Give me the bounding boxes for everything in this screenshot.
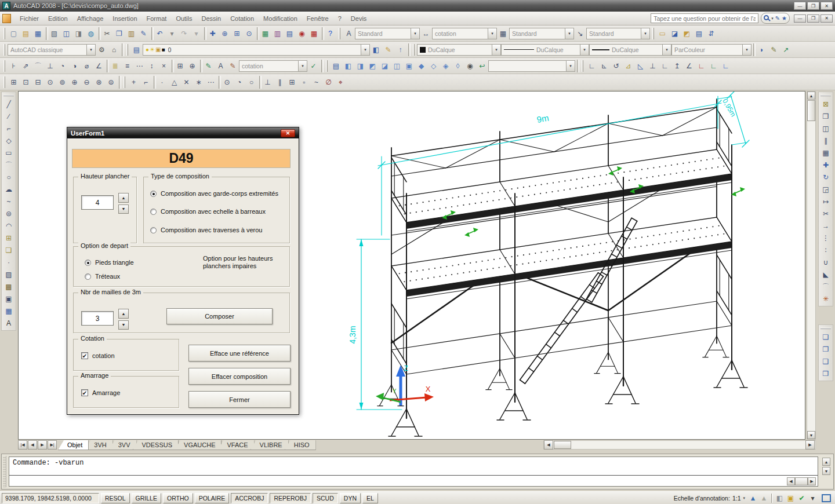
lwt-toggle[interactable]: EL (362, 493, 378, 503)
circle-icon[interactable]: ○ (3, 171, 15, 183)
scroll-up-button[interactable]: ▲ (807, 92, 815, 100)
annotation-visibility-icon[interactable]: ◪ (669, 27, 681, 39)
open-file-icon[interactable]: ▤ (20, 27, 32, 39)
snap-nearest-icon[interactable]: ~ (310, 76, 322, 88)
help-search-input[interactable] (651, 13, 758, 23)
polygon-icon[interactable]: ◇ (3, 134, 15, 147)
plotstyle-combo[interactable]: ParCouleur▾ (671, 44, 752, 56)
send-to-back-icon[interactable]: ❐ (820, 343, 832, 355)
dim-radius-icon[interactable]: ◔ (56, 60, 68, 72)
chamfer-icon[interactable]: ◣ (820, 268, 832, 280)
ucs-3point-icon[interactable]: ∠ (683, 60, 695, 72)
toolbar-grip[interactable] (3, 95, 14, 96)
named-views-icon[interactable]: ▤ (330, 60, 342, 72)
dim-update-icon[interactable]: ✓ (307, 60, 320, 72)
named-view-combo[interactable]: ▾ (488, 60, 575, 72)
plot-icon[interactable]: ▧ (48, 27, 60, 39)
radio-pieds-triangle[interactable]: Pieds triangle (85, 259, 134, 266)
toolbar-grip[interactable] (339, 28, 340, 39)
clean-screen-icon[interactable] (821, 493, 832, 503)
annotation-update-icon[interactable]: ▤ (693, 27, 705, 39)
redo-list-arrow[interactable]: ▾ (190, 27, 202, 39)
explode-icon[interactable]: ✳ (820, 293, 832, 305)
annotation-visibility-icon[interactable]: ▲ (747, 493, 758, 503)
menu-fichier[interactable]: Fichier (15, 13, 43, 24)
table-icon[interactable]: ▦ (3, 305, 15, 317)
zoom-window-icon[interactable]: ⊞ (231, 27, 243, 39)
zoom-out-icon[interactable]: ⊖ (81, 76, 93, 88)
combo-arrow-icon[interactable]: ▾ (566, 61, 575, 71)
fillet-icon[interactable]: ⌒ (820, 280, 832, 293)
layer-states-icon[interactable]: ✎ (382, 43, 394, 56)
match-properties-icon[interactable]: ✎ (137, 27, 150, 39)
quickcalc-icon[interactable]: ▦ (308, 27, 320, 39)
ellipse-arc-icon[interactable]: ◠ (3, 220, 15, 232)
radio-traverses-verou[interactable]: Composition avec traverses à verou (150, 227, 262, 233)
revcloud-icon[interactable]: ☁ (3, 183, 15, 195)
toolbar-grip[interactable] (124, 76, 125, 88)
dim-edit-icon[interactable]: ✎ (202, 60, 215, 72)
table-style-icon[interactable]: ▦ (497, 27, 509, 39)
send-under-icon[interactable]: ❒ (820, 367, 832, 379)
properties-palette-icon[interactable]: ◗ (756, 43, 768, 56)
sheet-set-manager-icon[interactable]: ▤ (284, 27, 296, 39)
dim-jogged-icon[interactable]: ◑ (68, 60, 81, 72)
efface-reference-button[interactable]: Efface une référence (188, 345, 291, 361)
tab-nav-next[interactable]: ▶ (38, 440, 47, 450)
help-icon[interactable]: ? (324, 27, 336, 39)
save-icon[interactable]: ▦ (32, 27, 44, 39)
snap-toggle[interactable]: RESOL (101, 493, 130, 503)
otrack-toggle[interactable]: REPEROBJ (270, 493, 311, 503)
hauteur-plancher-input[interactable]: 4 (81, 195, 114, 210)
combo-arrow-icon[interactable]: ▾ (361, 45, 369, 55)
combo-arrow-icon[interactable]: ▾ (565, 28, 573, 39)
menu-modification[interactable]: Modification (259, 13, 302, 24)
publish-web-icon[interactable]: ◍ (85, 27, 97, 39)
polar-toggle[interactable]: POLAIRE (195, 493, 230, 503)
copy-object-icon[interactable]: ❐ (820, 110, 832, 122)
zoom-dynamic-icon[interactable]: ⊡ (20, 76, 32, 88)
menu-fenetre[interactable]: Fenêtre (302, 13, 333, 24)
tab-nav-last[interactable]: ▶| (48, 440, 57, 450)
combo-arrow-icon[interactable]: ▾ (492, 45, 500, 55)
erase-icon[interactable]: ⊠ (820, 98, 832, 110)
gradient-icon[interactable]: ▩ (3, 280, 15, 293)
layer-manager-icon[interactable]: ▤ (130, 43, 143, 56)
lineweight-combo[interactable]: DuCalque▾ (589, 44, 671, 56)
ucs-previous-icon[interactable]: ↺ (610, 60, 622, 72)
menu-dessin[interactable]: Dessin (197, 13, 226, 24)
checkbox-amarrage[interactable]: ✔ Amarrage (81, 389, 120, 396)
command-scroll-right-button[interactable]: ▶ (808, 477, 816, 485)
favorites-icon[interactable]: ★ (782, 15, 787, 21)
layer-previous-icon[interactable]: ◧ (370, 43, 382, 56)
snap-quadrant-icon[interactable]: ◔ (233, 76, 245, 88)
temporary-track-icon[interactable]: + (128, 76, 140, 88)
scroll-right-button[interactable]: ▶ (805, 440, 815, 450)
mleader-style-icon[interactable]: ↘ (574, 27, 586, 39)
designcenter-icon[interactable]: ▦ (259, 27, 271, 39)
trim-icon[interactable]: ✂ (820, 207, 832, 220)
dyn-toggle[interactable]: DYN (340, 493, 361, 503)
ucs-object-icon[interactable]: ◺ (634, 60, 647, 72)
view-front-icon[interactable]: ◫ (391, 60, 403, 72)
combo-arrow-icon[interactable]: ▾ (742, 45, 751, 55)
menu-format[interactable]: Format (142, 13, 172, 24)
toolbar-grip[interactable] (821, 328, 831, 329)
radio-echelle-barreaux[interactable]: Composition avec echelle à barreaux (150, 208, 266, 215)
trusted-dwg-icon[interactable]: ✔ (796, 493, 807, 503)
mtext-icon[interactable]: A (3, 317, 15, 329)
ortho-toggle[interactable]: ORTHO (163, 493, 193, 503)
command-scroll-left-button[interactable]: ◀ (787, 477, 795, 485)
insert-block-icon[interactable]: ⊞ (3, 232, 15, 244)
text-style-icon[interactable]: A (343, 27, 355, 39)
tab-hiso[interactable]: HISO (285, 440, 316, 450)
undo-list-arrow[interactable]: ▾ (166, 27, 178, 39)
nbr-mailles-input[interactable]: 3 (81, 311, 114, 326)
tab-nav-prev[interactable]: ◀ (28, 440, 37, 450)
new-file-icon[interactable]: ▢ (8, 27, 20, 39)
dim-ordinate-icon[interactable]: ⊥ (44, 60, 56, 72)
arc-icon[interactable]: ⌒ (3, 159, 15, 171)
layer-isolate-icon[interactable]: ↑ (394, 43, 406, 56)
layer-combo[interactable]: ●☀▣■ 0 ▾ (143, 44, 370, 56)
mdi-close-button[interactable]: ✕ (821, 14, 833, 23)
